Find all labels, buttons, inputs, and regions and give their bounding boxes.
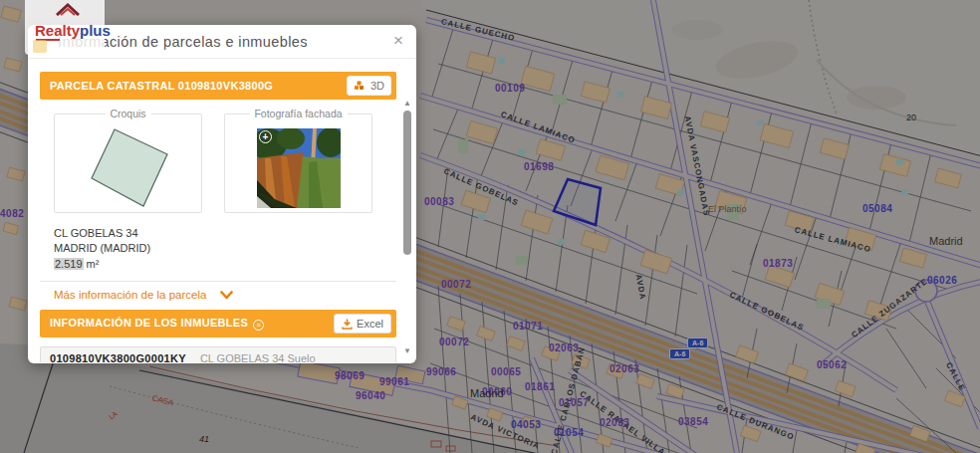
inmuebles-section-header: INFORMACIÓN DE LOS INMUEBLES≡ Excel: [40, 310, 396, 338]
close-icon[interactable]: ×: [388, 31, 408, 51]
inmueble-row[interactable]: 0109810VK3800G0001KYCL GOBELAS 34 Suelo …: [40, 346, 396, 362]
parcel-info-modal: Información de parcelas e inmuebles × PA…: [28, 25, 416, 363]
divider: [40, 281, 396, 282]
area-unit: m²: [87, 258, 100, 270]
excel-label: Excel: [357, 318, 383, 330]
area-value: 2.519: [54, 258, 84, 270]
address-line1: CL GOBELAS 34: [54, 226, 396, 241]
realtyplus-logo[interactable]: Realtyplus: [25, 0, 105, 55]
inmuebles-section-title: INFORMACIÓN DE LOS INMUEBLES≡: [50, 317, 264, 331]
more-info-row: Más información de la parcela: [54, 289, 396, 301]
roof-icon: [56, 3, 80, 16]
croquis-panel[interactable]: Croquis: [54, 113, 202, 213]
download-icon: [342, 319, 353, 330]
screen: CALLE GUECHOCALLE LAMIACOCALLE GOBELASAV…: [0, 0, 980, 453]
parcel-address: CL GOBELAS 34 MADRID (MADRID) 2.519 m²: [54, 226, 396, 272]
modal-body: PARCELA CATASTRAL 0109810VK3800G 3D Croq…: [28, 59, 416, 362]
chevron-down-icon[interactable]: [220, 291, 233, 300]
parcel-sketch: [55, 114, 201, 212]
logo-yellow-chip: [33, 40, 47, 53]
view-3d-label: 3D: [370, 80, 384, 92]
logo-wordmark: Realtyplus: [35, 22, 111, 39]
scroll-up-arrow[interactable]: ▲: [401, 99, 413, 109]
scrollbar-thumb[interactable]: [403, 111, 411, 255]
scroll-down-arrow[interactable]: ▼: [401, 346, 413, 356]
parcel-section-header: PARCELA CATASTRAL 0109810VK3800G 3D: [40, 72, 396, 100]
address-line2: MADRID (MADRID): [54, 241, 396, 256]
parcel-section-title: PARCELA CATASTRAL 0109810VK3800G: [50, 80, 273, 92]
facade-photo-label: Fotografía fachada: [249, 108, 347, 119]
croquis-label: Croquis: [105, 108, 150, 119]
excel-export-button[interactable]: Excel: [334, 314, 391, 334]
cadastral-ref-link[interactable]: 0109810VK3800G0001KY: [50, 352, 186, 362]
more-info-link[interactable]: Más información de la parcela: [54, 289, 206, 301]
inmueble-row-line1: 0109810VK3800G0001KYCL GOBELAS 34 Suelo: [50, 352, 386, 362]
cubes-icon: [354, 81, 367, 92]
facade-photo[interactable]: +: [257, 128, 341, 208]
photo-zoom-icon[interactable]: +: [259, 130, 272, 143]
inmueble-desc: CL GOBELAS 34 Suelo: [200, 352, 316, 362]
list-circle-icon: ≡: [253, 320, 264, 331]
modal-scrollbar[interactable]: ▲ ▼: [401, 99, 413, 356]
view-3d-button[interactable]: 3D: [347, 76, 391, 96]
facade-photo-panel[interactable]: Fotografía fachada: [224, 113, 372, 213]
panels-row: Croquis Fotografía fachada: [54, 113, 396, 213]
area-line: 2.519 m²: [54, 257, 396, 272]
